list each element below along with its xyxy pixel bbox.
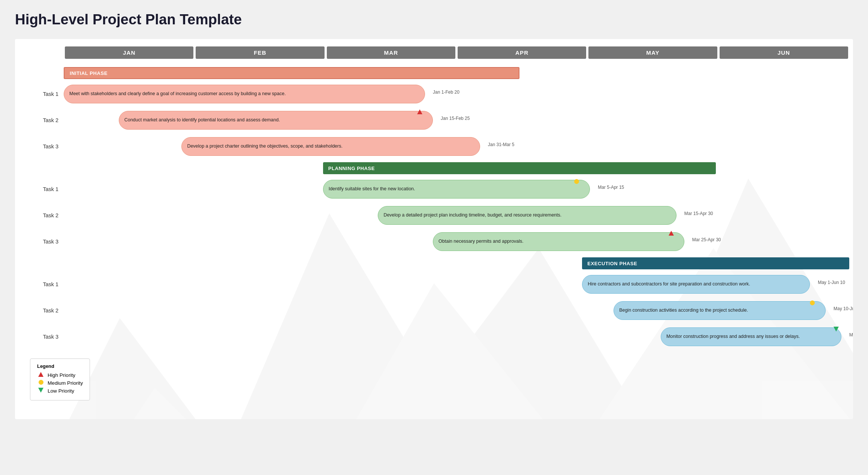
execution-task-2-date: May 10-Jun15 [834, 306, 853, 311]
initial-phase-bar: INITIAL PHASE [64, 67, 519, 79]
execution-task-2-label: Task 2 [19, 308, 64, 314]
execution-task-1-row: Task 1 Hire contractors and subcontracto… [19, 273, 849, 296]
execution-task-2-bar-area: Begin construction activities according … [64, 299, 849, 322]
execution-task-3-date: May 25-Jun 30 [849, 332, 853, 338]
initial-task-2-row: Task 2 Conduct market analysis to identi… [19, 109, 849, 131]
planning-task-3-bar: Obtain necessary permits and approvals. [433, 232, 684, 251]
gantt-inner: JAN FEB MAR APR MAY JUN INITIAL PHASE [19, 46, 849, 412]
planning-task-3-bar-area: Obtain necessary permits and approvals. … [64, 230, 849, 253]
initial-phase-row: INITIAL PHASE [19, 66, 849, 80]
initial-task-2-bar: Conduct market analysis to identify pote… [119, 111, 433, 130]
month-apr: APR [458, 46, 586, 59]
initial-task-3-date: Jan 31-Mar 5 [488, 142, 515, 147]
execution-task-3-label: Task 3 [19, 334, 64, 340]
legend-title: Legend [37, 363, 83, 369]
execution-task-1-date: May 1-Jun 10 [818, 280, 845, 285]
initial-task-2-bar-area: Conduct market analysis to identify pote… [64, 109, 849, 131]
initial-task-1-bar: Meet with stakeholders and clearly defin… [64, 85, 425, 103]
legend-box: Legend High Priority Medium Priority [30, 358, 90, 400]
gantt-body: INITIAL PHASE Task 1 Meet with stakehold… [19, 66, 849, 412]
planning-task-1-row: Task 1 Identify suitable sites for the n… [19, 178, 849, 200]
legend-medium-priority: Medium Priority [37, 380, 83, 386]
planning-task-1-bar: Identify suitable sites for the new loca… [323, 180, 590, 199]
low-priority-icon [37, 388, 45, 394]
planning-phase-bar: PLANNING PHASE [323, 162, 716, 174]
planning-task-3-priority-icon [669, 230, 674, 238]
planning-task-3-row: Task 3 Obtain necessary permits and appr… [19, 230, 849, 253]
legend-low-priority: Low Priority [37, 388, 83, 394]
legend-high-priority: High Priority [37, 372, 83, 378]
planning-task-2-bar-area: Develop a detailed project plan includin… [64, 204, 849, 227]
initial-task-3-row: Task 3 Develop a project charter outlini… [19, 135, 849, 158]
gantt-container: JAN FEB MAR APR MAY JUN INITIAL PHASE [15, 39, 853, 419]
month-may: MAY [588, 46, 717, 59]
high-priority-icon [37, 372, 45, 378]
planning-task-2-date: Mar 15-Apr 30 [684, 211, 713, 216]
planning-task-2-row: Task 2 Develop a detailed project plan i… [19, 204, 849, 227]
initial-task-1-bar-area: Meet with stakeholders and clearly defin… [64, 83, 849, 105]
month-header-row: JAN FEB MAR APR MAY JUN [64, 46, 849, 59]
page-title: High-Level Project Plan Template [15, 11, 853, 28]
initial-task-2-priority-icon [417, 108, 422, 116]
execution-task-3-bar: Monitor construction progress and addres… [661, 327, 841, 346]
planning-task-2-bar: Develop a detailed project plan includin… [378, 206, 676, 225]
execution-task-2-bar: Begin construction activities according … [614, 301, 826, 320]
execution-phase-row: EXECUTION PHASE [19, 257, 849, 270]
initial-task-2-label: Task 2 [19, 117, 64, 123]
month-mar: MAR [327, 46, 455, 59]
planning-task-3-date: Mar 25-Apr 30 [692, 237, 721, 242]
execution-task-1-label: Task 1 [19, 281, 64, 287]
planning-task-1-bar-area: Identify suitable sites for the new loca… [64, 178, 849, 200]
execution-phase-bar: EXECUTION PHASE [582, 257, 849, 269]
month-feb: FEB [196, 46, 324, 59]
planning-task-2-label: Task 2 [19, 212, 64, 218]
initial-task-3-bar-area: Develop a project charter outlining the … [64, 135, 849, 158]
planning-task-1-date: Mar 5-Apr 15 [598, 185, 624, 190]
planning-phase-row: PLANNING PHASE [19, 161, 849, 175]
execution-task-3-priority-icon [834, 326, 839, 333]
execution-task-3-row: Task 3 Monitor construction progress and… [19, 326, 849, 348]
initial-task-1-label: Task 1 [19, 91, 64, 97]
initial-task-1-date: Jan 1-Feb 20 [433, 90, 459, 95]
execution-task-2-priority-icon [810, 299, 815, 307]
execution-task-1-bar-area: Hire contractors and subcontractors for … [64, 273, 849, 296]
month-jan: JAN [65, 46, 193, 59]
month-jun: JUN [720, 46, 848, 59]
initial-task-1-row: Task 1 Meet with stakeholders and clearl… [19, 83, 849, 105]
planning-task-3-label: Task 3 [19, 239, 64, 245]
initial-task-2-date: Jan 15-Feb 25 [441, 116, 470, 121]
initial-task-3-label: Task 3 [19, 143, 64, 149]
medium-priority-icon [37, 380, 45, 386]
initial-task-3-bar: Develop a project charter outlining the … [181, 137, 480, 156]
planning-task-1-priority-icon [574, 178, 579, 186]
execution-task-1-bar: Hire contractors and subcontractors for … [582, 275, 810, 294]
execution-task-3-bar-area: Monitor construction progress and addres… [64, 326, 849, 348]
execution-task-2-row: Task 2 Begin construction activities acc… [19, 299, 849, 322]
planning-task-1-label: Task 1 [19, 186, 64, 192]
